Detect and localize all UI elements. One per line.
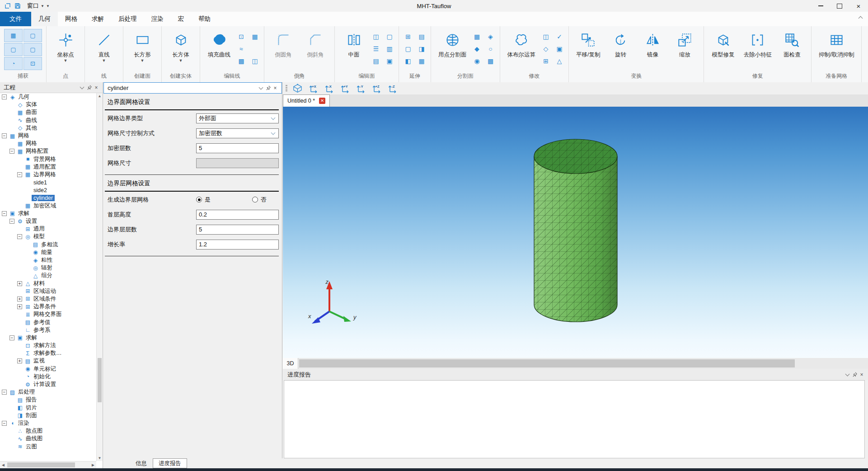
scroll-thumb[interactable]	[98, 358, 102, 402]
ribbon-button-长方体[interactable]: 长方体▼	[166, 26, 196, 63]
tree-item-加密区域[interactable]: ▦加密区域	[0, 202, 96, 210]
tree-item-设置[interactable]: −⚙设置	[0, 217, 96, 225]
input-边界层层数[interactable]: 5	[196, 225, 279, 235]
plane-snap-icon[interactable]: ▢	[23, 29, 42, 42]
tree-item-side2[interactable]: side2	[0, 186, 96, 194]
small-tool-icon[interactable]: ◫	[250, 55, 260, 67]
new-project-icon[interactable]	[5, 3, 11, 9]
small-tool-icon[interactable]: ▣	[554, 43, 564, 55]
small-tool-icon[interactable]: ◫	[371, 31, 381, 43]
tree-item-散点图[interactable]: ∴散点图	[0, 427, 96, 435]
tree-item-通用[interactable]: ⊞通用	[0, 225, 96, 233]
select-网格边界类型[interactable]: 外部面	[196, 113, 279, 123]
tree-item-后处理[interactable]: −▨后处理	[0, 388, 96, 396]
properties-header[interactable]: cylinder ×	[103, 82, 282, 94]
tree-item-区域运动[interactable]: ⊞区域运动	[0, 287, 96, 295]
tree-item-计算设置[interactable]: ⚙计算设置	[0, 381, 96, 388]
expand-icon[interactable]: +	[17, 297, 22, 301]
expand-icon[interactable]: +	[17, 358, 22, 363]
ribbon-button-填充曲线[interactable]: 填充曲线	[204, 26, 234, 58]
small-tool-icon[interactable]: ▦	[472, 31, 482, 43]
tree-item-通用配置[interactable]: ▦通用配置	[0, 163, 96, 171]
pin-icon[interactable]	[264, 85, 272, 92]
collapse-icon[interactable]: −	[2, 133, 7, 138]
menu-item-文件[interactable]: 文件	[0, 12, 31, 26]
small-tool-icon[interactable]: ▢	[385, 31, 394, 43]
panel-chevron-icon[interactable]	[257, 85, 264, 92]
small-tool-icon[interactable]: ◇	[541, 43, 551, 55]
pin-icon[interactable]	[851, 371, 858, 378]
pin-icon[interactable]	[85, 84, 93, 91]
tree-item-cylinder[interactable]: cylinder	[0, 194, 96, 202]
collapse-icon[interactable]: −	[17, 234, 22, 239]
center-snap-icon[interactable]: ⊡	[23, 57, 42, 70]
small-tool-icon[interactable]: ▥	[385, 43, 394, 55]
expand-icon[interactable]: +	[17, 281, 22, 286]
ribbon-button-缩放[interactable]: 缩放	[670, 26, 699, 58]
collapse-icon[interactable]: −	[9, 335, 14, 340]
small-tool-icon[interactable]: ◉	[472, 55, 482, 67]
small-tool-icon[interactable]: ◨	[417, 43, 427, 55]
tree-item-网格配置[interactable]: −▦网格配置	[0, 147, 96, 155]
tree-item-边界条件[interactable]: +⊞边界条件	[0, 303, 96, 311]
axis-view-button-+Y[interactable]: +Y	[338, 83, 351, 94]
menu-item-网格[interactable]: 网格	[58, 12, 84, 26]
close-panel-icon[interactable]: ×	[272, 85, 279, 92]
ribbon-button-旋转[interactable]: 旋转	[605, 26, 635, 58]
tree-item-多相流[interactable]: ▤多相流	[0, 241, 96, 249]
ribbon-button-抑制/取消抑制[interactable]: 抑制/取消抑制	[816, 26, 857, 58]
scroll-thumb[interactable]	[299, 359, 795, 367]
small-tool-icon[interactable]: ◈	[486, 31, 496, 43]
ribbon-button-面检查[interactable]: 面检查	[777, 26, 807, 58]
small-tool-icon[interactable]: ⊞	[541, 55, 551, 67]
minimize-button[interactable]	[811, 0, 830, 12]
rect-snap-icon[interactable]: ▢	[23, 43, 42, 56]
tree-item-初始化[interactable]: ◔初始化	[0, 373, 96, 381]
tree-hscrollbar[interactable]: ◄ ►	[0, 461, 96, 468]
axis-view-button--Z[interactable]: -Z	[386, 83, 399, 94]
small-tool-icon[interactable]: ▣	[385, 55, 394, 67]
tree-item-剖面[interactable]: ◨剖面	[0, 412, 96, 419]
close-button[interactable]: ×	[849, 0, 868, 12]
save-icon[interactable]	[14, 3, 21, 9]
tree-item-求解[interactable]: −▣求解	[0, 210, 96, 217]
menu-item-渲染[interactable]: 渲染	[144, 12, 171, 26]
ribbon-button-倒斜角[interactable]: 倒斜角	[300, 26, 330, 58]
scroll-up-icon[interactable]: ▲	[97, 94, 103, 98]
tree-item-区域条件[interactable]: +⊞区域条件	[0, 295, 96, 303]
tree-item-网格[interactable]: −▦网格	[0, 132, 96, 140]
radio-option-否[interactable]: 否	[252, 196, 267, 204]
small-tool-icon[interactable]: ▦	[250, 31, 260, 43]
tree-item-材料[interactable]: +△材料	[0, 280, 96, 287]
toolbar-options-icon[interactable]: ▼	[46, 4, 50, 8]
tree-item-参考系[interactable]: ∟参考系	[0, 326, 96, 334]
select-网格尺寸控制方式[interactable]: 加密层数	[196, 128, 279, 138]
grid-snap-icon[interactable]: ▦	[4, 29, 23, 42]
collapse-icon[interactable]: −	[2, 94, 7, 99]
tree-item-参考值[interactable]: ▤参考值	[0, 318, 96, 326]
menu-item-宏[interactable]: 宏	[171, 12, 192, 26]
ribbon-button-坐标点[interactable]: 坐标点▼	[51, 26, 80, 63]
collapse-icon[interactable]: −	[2, 421, 7, 426]
tree-item-曲线图[interactable]: ∿曲线图	[0, 435, 96, 443]
small-tool-icon[interactable]: ≈	[236, 43, 246, 55]
tree-item-渲染[interactable]: −◖渲染	[0, 419, 96, 427]
tree-item-切片[interactable]: ◧切片	[0, 404, 96, 412]
tree-item-几何[interactable]: −◈几何	[0, 93, 96, 101]
tree-item-实体[interactable]: ◇实体	[0, 101, 96, 108]
scroll-down-icon[interactable]: ▼	[97, 456, 103, 460]
panel-chevron-icon[interactable]	[78, 84, 85, 91]
small-tool-icon[interactable]: ▤	[417, 31, 427, 43]
radio-option-是[interactable]: 是	[196, 196, 211, 204]
close-tab-icon[interactable]: ✕	[319, 98, 325, 104]
scroll-left-icon[interactable]: ◄	[0, 462, 6, 468]
dock-tab-信息[interactable]: 信息	[130, 458, 153, 468]
tree-item-能量[interactable]: ◉能量	[0, 249, 96, 256]
close-panel-icon[interactable]: ×	[93, 84, 100, 91]
tree-item-监视[interactable]: +▤监视	[0, 357, 96, 365]
tree-item-模型[interactable]: −◎模型	[0, 233, 96, 240]
small-tool-icon[interactable]: ◧	[403, 55, 413, 67]
input-首层高度[interactable]: 0.2	[196, 210, 279, 220]
collapse-icon[interactable]: −	[9, 149, 14, 154]
document-tab[interactable]: Untitled 0 * ✕	[283, 94, 330, 107]
